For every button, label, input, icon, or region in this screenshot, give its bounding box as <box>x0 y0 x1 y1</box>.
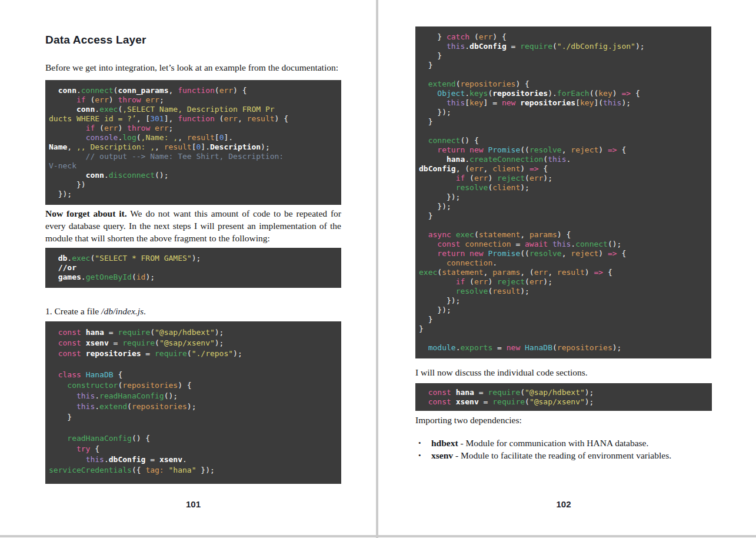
code-line: resolve(result); <box>419 287 709 296</box>
step-1-item: 1. Create a file /db/index.js. <box>45 305 341 317</box>
code-line: async exec(statement, params) { <box>419 230 709 240</box>
code-line: } <box>419 211 709 221</box>
code-line: const hana = require("@sap/hdbext"); <box>419 388 710 397</box>
list-item-xsenv: •xsenv - Module to facilitate the readin… <box>415 449 712 461</box>
code-line <box>419 221 709 230</box>
code-line: //or <box>49 263 339 273</box>
code-block-db-index: const hana = require("@sap/hdbext"); con… <box>45 321 341 484</box>
step-1-text: 1. Create a file <box>45 306 101 316</box>
code-line: conn.exec(‚SELECT Name, Description FROM… <box>49 105 339 114</box>
code-line: const connection = await this.connect(); <box>419 240 709 249</box>
code-block-hanadb-continued: } catch (err) { this.dbConfig = require(… <box>415 26 711 358</box>
code-line: console.log(‚Name: ‚, result[0]. <box>49 133 339 142</box>
code-line: } <box>419 51 709 61</box>
intro-paragraph: Before we get into integration, let’s lo… <box>45 61 341 74</box>
code-block-imports: const hana = require("@sap/hdbext"); con… <box>415 383 712 411</box>
code-line: this.dbConfig = require("./dbConfig.json… <box>419 42 709 51</box>
dependency-term: xsenv <box>431 450 453 460</box>
list-item-hdbext: •hdbext - Module for communication with … <box>415 437 712 449</box>
forget-paragraph: Now forget about it. We do not want this… <box>45 207 341 244</box>
code-line: Name, ‚, Description: ‚, result[0].Descr… <box>49 142 339 152</box>
dependency-list: •hdbext - Module for communication with … <box>415 437 712 461</box>
code-line: if (err) reject(err); <box>419 174 709 183</box>
step-1-file-path: /db/index.js <box>101 306 144 316</box>
dependency-term: hdbext <box>431 438 458 448</box>
code-line: if (err) throw err; <box>49 95 339 105</box>
code-line: readHanaConfig() { <box>49 433 339 444</box>
code-line: db.exec("SELECT * FROM GAMES"); <box>49 254 339 263</box>
page-right: } catch (err) { this.dbConfig = require(… <box>378 0 756 538</box>
code-line: dbConfig, (err, client) => { <box>419 164 709 174</box>
code-line: V-neck <box>49 161 339 171</box>
code-line: ducts WHERE id = ?’, [301], function (er… <box>49 114 339 124</box>
code-line: conn.connect(conn_params, function(err) … <box>49 86 339 95</box>
code-line: }) <box>49 180 339 190</box>
code-line: // output --> Name: Tee Shirt, Descripti… <box>49 152 339 161</box>
code-line: } <box>419 315 709 324</box>
code-line: connect() { <box>419 136 709 145</box>
code-line: resolve(client); <box>419 183 709 192</box>
page-number-left: 101 <box>45 499 341 509</box>
dependency-desc: - Module for communication with HANA dat… <box>458 438 649 448</box>
code-line: } <box>419 324 709 334</box>
bullet-icon: • <box>415 449 431 461</box>
code-line: conn.disconnect(); <box>49 171 339 180</box>
bottom-border <box>0 535 756 537</box>
dependency-desc: - Module to facilitate the reading of en… <box>453 450 671 460</box>
dependency-text: xsenv - Module to facilitate the reading… <box>431 449 671 461</box>
code-line: const xsenv = require("@sap/xsenv"); <box>49 338 339 348</box>
discuss-paragraph: I will now discuss the individual code s… <box>415 366 712 378</box>
code-line: }); <box>419 202 709 211</box>
code-line: const hana = require("@sap/hdbext"); <box>49 327 339 338</box>
forget-paragraph-lead: Now forget about it. <box>45 208 127 218</box>
code-line <box>49 423 339 433</box>
code-line: this.dbConfig = xsenv. <box>49 454 339 465</box>
importing-paragraph: Importing two dependencies: <box>415 414 712 426</box>
code-line: }); <box>419 108 709 117</box>
page-title: Data Access Layer <box>45 34 146 47</box>
code-line <box>419 334 709 343</box>
code-line: } catch (err) { <box>419 32 709 42</box>
code-line: const xsenv = require("@sap/xsenv"); <box>419 397 710 407</box>
code-line: }); <box>419 296 709 305</box>
code-line: if (err) throw err; <box>49 124 339 133</box>
code-line <box>49 359 339 370</box>
code-line: try { <box>49 444 339 454</box>
bullet-icon: • <box>415 437 431 449</box>
code-line: games.getOneById(id); <box>49 273 339 282</box>
code-line: this.readHanaConfig(); <box>49 391 339 401</box>
code-line: } <box>419 61 709 70</box>
code-line: serviceCredentials({ tag: "hana" }); <box>49 465 339 476</box>
code-line: this[key] = new repositories[key](this); <box>419 98 709 108</box>
code-line: exec(statement, params, (err, result) =>… <box>419 268 709 277</box>
code-line: extend(repositories) { <box>419 79 709 89</box>
code-line: module.exports = new HanaDB(repositories… <box>419 343 709 353</box>
page-number-right: 102 <box>415 499 712 509</box>
code-line: return new Promise((resolve, reject) => … <box>419 145 709 155</box>
code-line <box>419 127 709 136</box>
code-line: const repositories = require("./repos"); <box>49 348 339 359</box>
code-line: constructor(repositories) { <box>49 380 339 391</box>
code-line <box>419 70 709 79</box>
code-block-short-usage: db.exec("SELECT * FROM GAMES"); //or gam… <box>45 248 341 288</box>
code-line: Object.keys(repositories).forEach((key) … <box>419 89 709 98</box>
code-line: }); <box>49 190 339 199</box>
code-line: } <box>419 117 709 127</box>
code-line: }); <box>419 305 709 315</box>
page-left: Data Access Layer Before we get into int… <box>0 0 376 538</box>
code-line: this.extend(repositories); <box>49 401 339 412</box>
step-1-suffix: . <box>144 306 146 316</box>
book-spread: Data Access Layer Before we get into int… <box>0 0 756 538</box>
code-line: connection. <box>419 258 709 268</box>
code-line: }); <box>419 192 709 202</box>
code-block-documentation-example: conn.connect(conn_params, function(err) … <box>45 80 341 205</box>
code-line: } <box>49 412 339 423</box>
code-line: return new Promise((resolve, reject) => … <box>419 249 709 258</box>
dependency-text: hdbext - Module for communication with H… <box>431 437 648 449</box>
code-line: if (err) reject(err); <box>419 277 709 287</box>
code-line: class HanaDB { <box>49 370 339 380</box>
code-line: hana.createConnection(this. <box>419 155 709 164</box>
